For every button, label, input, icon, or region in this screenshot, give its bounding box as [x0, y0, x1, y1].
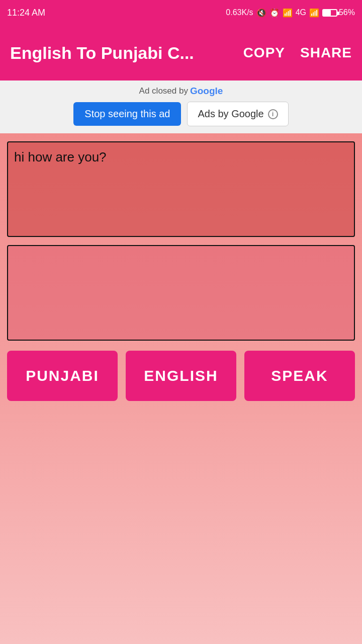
google-brand-icon: Google	[190, 86, 223, 97]
ads-by-google-button[interactable]: Ads by Google i	[187, 102, 288, 126]
main-content: PUNJABI ENGLISH SPEAK	[0, 133, 362, 409]
ad-action-buttons: Stop seeing this ad Ads by Google i	[73, 102, 288, 126]
punjabi-output[interactable]	[7, 245, 355, 341]
signal-bars-icon: 📶	[309, 8, 319, 18]
alarm-icon: ⏰	[269, 8, 280, 18]
status-left: 11:24 AM	[7, 8, 45, 18]
ad-closed-row: Ad closed by Google	[139, 86, 223, 97]
status-right: 0.63K/s 🔇 ⏰ 📶 4G 📶 56%	[226, 8, 355, 18]
header-actions: COPY SHARE	[243, 45, 352, 61]
app-header: English To Punjabi C... COPY SHARE	[0, 25, 362, 80]
action-buttons: PUNJABI ENGLISH SPEAK	[7, 351, 355, 401]
english-button[interactable]: ENGLISH	[126, 351, 236, 401]
punjabi-button[interactable]: PUNJABI	[7, 351, 118, 401]
speak-button[interactable]: SPEAK	[244, 351, 355, 401]
stop-seeing-ad-button[interactable]: Stop seeing this ad	[73, 102, 181, 126]
share-button[interactable]: SHARE	[300, 45, 352, 61]
signal-4g: 4G	[296, 8, 306, 17]
wifi-icon: 📶	[283, 8, 293, 18]
ad-closed-text: Ad closed by	[139, 86, 188, 96]
copy-button[interactable]: COPY	[243, 45, 285, 61]
battery-percent: 56%	[339, 8, 355, 17]
page-title: English To Punjabi C...	[10, 43, 243, 63]
ad-banner: Ad closed by Google Stop seeing this ad …	[0, 80, 362, 133]
network-speed: 0.63K/s	[226, 8, 253, 17]
info-icon: i	[268, 109, 278, 119]
mute-icon: 🔇	[256, 8, 266, 18]
english-input[interactable]	[7, 141, 355, 237]
ads-by-google-label: Ads by Google	[198, 108, 263, 120]
battery-icon: 56%	[322, 8, 355, 17]
time: 11:24 AM	[7, 8, 45, 18]
background-bottom	[0, 409, 362, 610]
status-bar: 11:24 AM 0.63K/s 🔇 ⏰ 📶 4G 📶 56%	[0, 0, 362, 25]
